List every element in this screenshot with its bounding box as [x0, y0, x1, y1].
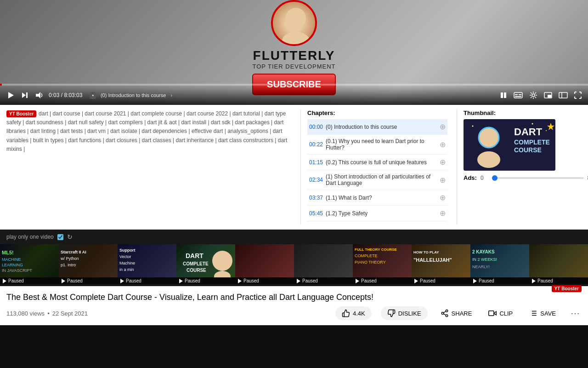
play-one-checkbox[interactable]: [57, 234, 63, 240]
chapter-time: 00:22: [309, 141, 323, 148]
thumb-status: Paused: [529, 277, 588, 284]
chapter-add-icon[interactable]: ⊕: [440, 224, 446, 225]
thumb-status: Paused: [353, 277, 412, 284]
thumb-image: SupportVectorMachinein a min: [118, 244, 176, 277]
chapter-item[interactable]: 05:45 (1.2) Type Safety ⊕: [307, 206, 447, 221]
next-button[interactable]: [20, 91, 29, 100]
thumbnail-item[interactable]: Paused: [294, 244, 353, 284]
chapter-item[interactable]: 00:00 (0) Introduction to this course ⊕: [307, 119, 447, 135]
thumbnail-item[interactable]: FULL THEORY COURSECOMPLETEPIANO THEORY P…: [353, 244, 412, 284]
play-icon: [414, 279, 418, 283]
svg-text:COURSE: COURSE: [187, 268, 206, 273]
progress-track[interactable]: [492, 177, 584, 179]
svg-text:2 KAYAKS: 2 KAYAKS: [472, 249, 495, 254]
svg-point-1: [282, 32, 310, 46]
thumb-image: [235, 244, 294, 277]
thumbnail-item[interactable]: Paused: [235, 244, 294, 284]
thumb-image: Starcraft II AIw/ Pythonp1. Intro: [59, 244, 118, 277]
chapter-item[interactable]: 01:15 (0.2) This course is full of uniqu…: [307, 155, 447, 170]
miniplayer-button[interactable]: [543, 91, 553, 99]
play-icon: [3, 279, 6, 283]
chapters-title: Chapters:: [307, 109, 447, 116]
svg-point-54: [441, 312, 444, 315]
svg-point-18: [472, 126, 474, 127]
chapter-item[interactable]: 03:37 (1.1) What is Dart? ⊕: [307, 190, 447, 206]
play-icon: [179, 279, 183, 283]
svg-rect-4: [26, 92, 28, 98]
video-title: The Best & Most Complete Dart Course - V…: [0, 286, 588, 304]
fullscreen-button[interactable]: [573, 91, 582, 100]
play-icon: [120, 279, 124, 283]
chapter-add-icon[interactable]: ⊕: [440, 193, 446, 202]
chapter-item[interactable]: 02:34 (1) Short introduction of all part…: [307, 170, 447, 190]
thumb-label: Paused: [479, 278, 494, 283]
pause-button[interactable]: [499, 91, 508, 100]
svg-point-20: [532, 123, 533, 125]
svg-text:LEARNING: LEARNING: [2, 263, 23, 267]
svg-text:COMPLETE: COMPLETE: [183, 261, 209, 266]
thumb-status: Paused: [294, 277, 353, 284]
chapter-arrow: ›: [170, 92, 172, 98]
chapter-name: (0) Introduction to this course: [326, 124, 440, 130]
svg-text:Vector: Vector: [119, 254, 131, 259]
thumb-label: Paused: [243, 278, 259, 283]
chapter-item[interactable]: 07:20 (1.3) Soundness ⊕: [307, 221, 447, 225]
save-button[interactable]: SAVE: [526, 306, 560, 320]
dislike-button[interactable]: DISLIKE: [381, 306, 428, 320]
theatre-button[interactable]: [558, 91, 569, 99]
video-controls: 0:03 / 8:03:03 • (0) Introduction to thi…: [0, 86, 588, 105]
refresh-icon[interactable]: ↻: [67, 233, 73, 241]
chapter-badge: •: [90, 92, 96, 99]
chapter-item[interactable]: 00:22 (0.1) Why you need to learn Dart p…: [307, 135, 447, 155]
thumb-label: Paused: [67, 278, 83, 283]
chapter-time: 03:37: [309, 195, 323, 201]
svg-line-56: [443, 314, 446, 315]
thumbnail-item[interactable]: HOW TO PLAY"HALLELUJAH" Paused: [412, 244, 470, 284]
play-button[interactable]: [6, 90, 16, 100]
thumbnail-section: Thumbnail: DART COMPLETE COURSE: [457, 109, 588, 225]
volume-button[interactable]: [34, 90, 44, 100]
chapter-name: (1.1) What is Dart?: [326, 195, 440, 201]
chapter-time: 00:00: [309, 124, 323, 130]
svg-text:COURSE: COURSE: [514, 146, 542, 154]
thumbnail-item[interactable]: Paused: [529, 244, 588, 284]
subtitles-button[interactable]: [513, 91, 524, 99]
svg-rect-14: [548, 95, 551, 98]
thumb-image: DARTCOMPLETECOURSE: [176, 244, 235, 277]
thumbnail-item[interactable]: ML5!MACHINELEARNINGIN JAVASCRIPT Paused: [0, 244, 59, 284]
chapter-time: 02:34: [309, 177, 323, 183]
play-icon: [473, 279, 477, 283]
thumb-image: [529, 244, 588, 277]
like-button[interactable]: 4.4K: [335, 306, 372, 320]
yt-booster-top-badge: YT Booster: [6, 110, 36, 117]
svg-text:p1. Intro: p1. Intro: [61, 263, 76, 267]
chapter-add-icon[interactable]: ⊕: [440, 122, 446, 131]
thumbnail-item[interactable]: SupportVectorMachinein a min Paused: [118, 244, 176, 284]
thumbnail-label: Thumbnail:: [464, 109, 588, 116]
thumb-status: Paused: [118, 277, 176, 284]
play-icon: [532, 279, 536, 283]
thumbnail-item[interactable]: 2 KAYAKSIN 2 WEEKS!NEARLY! Paused: [470, 244, 529, 284]
channel-subtitle: TOP TIER DEVELOPMENT: [252, 63, 335, 70]
svg-text:HOW TO PLAY: HOW TO PLAY: [413, 250, 439, 254]
svg-rect-59: [489, 311, 494, 316]
clip-button[interactable]: CLIP: [485, 306, 516, 320]
chapter-add-icon[interactable]: ⊕: [440, 209, 446, 218]
svg-text:NEARLY!: NEARLY!: [472, 264, 490, 269]
chapters-section: Chapters: 00:00 (0) Introduction to this…: [300, 109, 447, 225]
settings-button[interactable]: [528, 90, 538, 100]
play-controls-row: play only one video ↻: [0, 230, 588, 244]
more-button[interactable]: ⋯: [569, 306, 582, 321]
chapter-time: 01:15: [309, 159, 323, 166]
svg-marker-3: [22, 92, 26, 98]
thumb-image: FULL THEORY COURSECOMPLETEPIANO THEORY: [353, 244, 412, 277]
share-button[interactable]: SHARE: [437, 306, 476, 320]
ads-section: Ads: 0 8:03:03: [464, 174, 588, 181]
thumbnail-item[interactable]: Starcraft II AIw/ Pythonp1. Intro Paused: [59, 244, 118, 284]
svg-text:COMPLETE: COMPLETE: [514, 138, 550, 146]
thumb-label: Paused: [8, 278, 24, 283]
chapter-add-icon[interactable]: ⊕: [440, 140, 446, 149]
thumbnail-item[interactable]: DARTCOMPLETECOURSE Paused: [176, 244, 235, 284]
chapter-add-icon[interactable]: ⊕: [440, 158, 446, 167]
chapter-add-icon[interactable]: ⊕: [440, 176, 446, 184]
